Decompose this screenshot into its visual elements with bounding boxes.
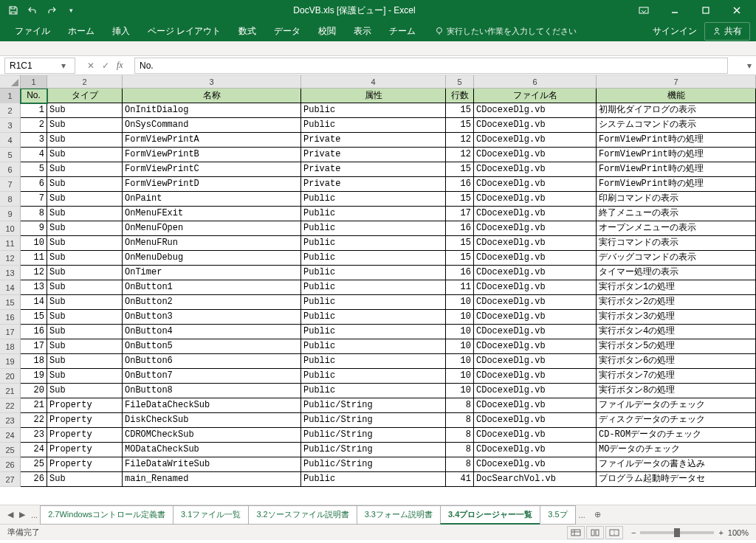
cell[interactable]: Sub xyxy=(47,207,123,221)
cell[interactable]: 41 xyxy=(446,472,474,487)
row-header[interactable]: 14 xyxy=(0,280,21,295)
cell[interactable]: Public/String xyxy=(301,413,446,428)
sheet-tab[interactable]: 3.5プ xyxy=(540,505,575,525)
row-header[interactable]: 20 xyxy=(0,369,21,384)
cell[interactable]: CDocexeDlg.vb xyxy=(474,428,597,443)
column-header[interactable]: 7 xyxy=(597,75,756,88)
cell[interactable]: 行数 xyxy=(446,89,474,103)
row-header[interactable]: 11 xyxy=(0,236,21,251)
row-header[interactable]: 23 xyxy=(0,413,21,428)
cell[interactable]: Private xyxy=(301,148,446,162)
column-header[interactable]: 6 xyxy=(474,75,597,88)
cell[interactable]: 実行ボタン3の処理 xyxy=(597,310,756,325)
cell[interactable]: デバッグコマンドの表示 xyxy=(597,251,756,266)
cell[interactable]: OnButton8 xyxy=(123,384,301,398)
cell[interactable]: 15 xyxy=(446,118,474,133)
zoom-slider[interactable] xyxy=(640,531,714,534)
cell[interactable]: Private xyxy=(301,177,446,192)
cell[interactable]: Public xyxy=(301,236,446,251)
cell[interactable]: Sub xyxy=(47,310,123,325)
name-box-dropdown-icon[interactable]: ▾ xyxy=(57,60,70,71)
cell[interactable]: Public xyxy=(301,339,446,354)
cell[interactable]: Property xyxy=(47,443,123,457)
cell[interactable]: Public xyxy=(301,310,446,325)
cell[interactable]: 16 xyxy=(446,266,474,280)
cell[interactable]: 8 xyxy=(21,207,47,221)
cell[interactable]: 実行ボタン4の処理 xyxy=(597,325,756,339)
cell[interactable]: システムコマンドの表示 xyxy=(597,118,756,133)
row-header[interactable]: 8 xyxy=(0,192,21,207)
cell[interactable]: 8 xyxy=(446,428,474,443)
row-header[interactable]: 21 xyxy=(0,384,21,398)
sheet-tab[interactable]: 2.7Windowsコントロール定義書 xyxy=(40,505,173,525)
cell[interactable]: 11 xyxy=(21,251,47,266)
cell[interactable]: Sub xyxy=(47,103,123,118)
cell[interactable]: Sub xyxy=(47,369,123,384)
ribbon-tab[interactable]: 数式 xyxy=(230,25,265,38)
cell[interactable]: 15 xyxy=(21,310,47,325)
zoom-in-button[interactable]: + xyxy=(718,528,723,537)
cell[interactable]: Public xyxy=(301,192,446,207)
cell[interactable]: Sub xyxy=(47,162,123,177)
cell[interactable]: CDocexeDlg.vb xyxy=(474,221,597,236)
cell[interactable]: Property xyxy=(47,413,123,428)
view-normal-button[interactable] xyxy=(567,526,585,539)
cell[interactable]: CDocexeDlg.vb xyxy=(474,192,597,207)
cell[interactable]: 16 xyxy=(21,325,47,339)
cell[interactable]: OnSysCommand xyxy=(123,118,301,133)
cell[interactable]: 12 xyxy=(446,133,474,148)
cell[interactable]: 13 xyxy=(21,280,47,295)
column-header[interactable]: 3 xyxy=(123,75,301,88)
cell[interactable]: FormViewPrintB xyxy=(123,148,301,162)
cell[interactable]: 10 xyxy=(446,325,474,339)
cell[interactable]: 17 xyxy=(21,339,47,354)
cell[interactable]: Public xyxy=(301,280,446,295)
cell[interactable]: DiskCheckSub xyxy=(123,413,301,428)
cell[interactable]: 終了メニューの表示 xyxy=(597,207,756,221)
cell[interactable]: 6 xyxy=(21,177,47,192)
cell[interactable]: ディスクデータのチェック xyxy=(597,413,756,428)
cell[interactable]: FormViewPrintA xyxy=(123,133,301,148)
row-header[interactable]: 9 xyxy=(0,207,21,221)
cell[interactable]: Public xyxy=(301,207,446,221)
cell[interactable]: OnButton1 xyxy=(123,280,301,295)
cell[interactable]: OnInitDialog xyxy=(123,103,301,118)
cell[interactable]: FormViewPrintC xyxy=(123,162,301,177)
cell[interactable]: OnButton2 xyxy=(123,295,301,310)
cell[interactable]: MODataCheckSub xyxy=(123,443,301,457)
cell[interactable]: Public xyxy=(301,354,446,369)
cell[interactable]: 15 xyxy=(446,251,474,266)
cell[interactable]: CDocexeDlg.vb xyxy=(474,310,597,325)
ribbon-options-button[interactable] xyxy=(629,2,659,18)
row-header[interactable]: 27 xyxy=(0,472,21,487)
cell[interactable]: OnButton5 xyxy=(123,339,301,354)
cell[interactable]: ファイルデータの書き込み xyxy=(597,457,756,472)
cell[interactable]: DocSearchVol.vb xyxy=(474,472,597,487)
cell[interactable]: CDocexeDlg.vb xyxy=(474,413,597,428)
view-pagebreak-button[interactable] xyxy=(605,526,623,539)
cell[interactable]: CDocexeDlg.vb xyxy=(474,251,597,266)
close-button[interactable] xyxy=(722,2,752,18)
cell[interactable]: 15 xyxy=(446,103,474,118)
cell[interactable]: OnButton7 xyxy=(123,369,301,384)
cell[interactable]: 10 xyxy=(446,369,474,384)
cell[interactable]: CDocexeDlg.vb xyxy=(474,457,597,472)
qat-customize-icon[interactable]: ▾ xyxy=(62,2,80,18)
formula-input[interactable] xyxy=(134,58,728,74)
cell[interactable]: CDocexeDlg.vb xyxy=(474,354,597,369)
row-header[interactable]: 15 xyxy=(0,295,21,310)
cell[interactable]: Property xyxy=(47,428,123,443)
tell-me-box[interactable]: 実行したい作業を入力してください xyxy=(435,26,577,37)
cell[interactable]: Public xyxy=(301,103,446,118)
cell[interactable]: ファイルデータのチェック xyxy=(597,398,756,413)
cell[interactable]: 12 xyxy=(21,266,47,280)
sheet-tab[interactable]: 3.4プロシージャー一覧 xyxy=(440,505,540,525)
row-header[interactable]: 12 xyxy=(0,251,21,266)
select-all-button[interactable] xyxy=(0,75,21,88)
row-header[interactable]: 13 xyxy=(0,266,21,280)
cell[interactable]: Sub xyxy=(47,133,123,148)
view-pagelayout-button[interactable] xyxy=(586,526,604,539)
cell[interactable]: CDocexeDlg.vb xyxy=(474,162,597,177)
cell[interactable]: 実行ボタン1の処理 xyxy=(597,280,756,295)
cell[interactable]: 1 xyxy=(21,103,47,118)
